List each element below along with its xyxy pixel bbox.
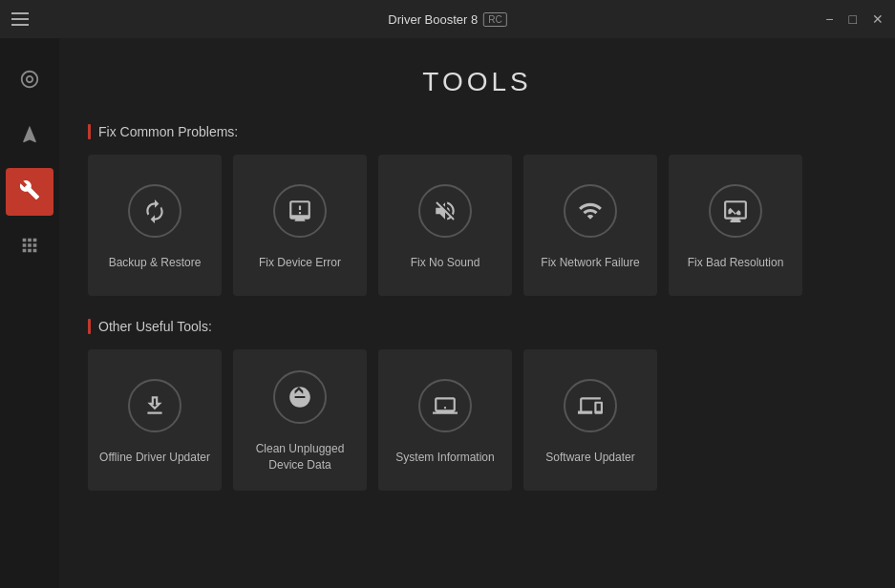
minimize-button[interactable]: − [825,12,833,26]
tool-software-updater[interactable]: Software Updater [523,349,657,491]
backup-restore-label: Backup & Restore [109,255,202,271]
boost-icon [19,124,40,150]
section-bar-2 [88,319,91,334]
hamburger-menu[interactable] [11,12,29,26]
offline-driver-updater-label: Offline Driver Updater [99,450,210,466]
fix-network-failure-label: Fix Network Failure [541,255,639,271]
software-updater-label: Software Updater [545,450,634,466]
titlebar-left [11,12,29,26]
system-information-label: System Information [395,450,494,466]
fix-no-sound-icon [418,184,472,238]
fix-device-error-label: Fix Device Error [259,255,341,271]
sidebar-item-apps[interactable] [6,223,53,271]
app-body: TOOLS Fix Common Problems: Backup & Rest… [0,38,895,588]
fix-bad-resolution-icon [709,184,762,238]
titlebar-title: Driver Booster 8 RC [388,12,506,27]
apps-icon [19,235,40,261]
tool-clean-unplugged[interactable]: Clean Unplugged Device Data [233,349,367,491]
tool-fix-bad-resolution[interactable]: Fix Bad Resolution [669,155,802,296]
fix-bad-resolution-label: Fix Bad Resolution [688,255,784,271]
main-content: TOOLS Fix Common Problems: Backup & Rest… [59,38,895,588]
lifesaver-icon [19,69,40,94]
sidebar-item-lifesaver[interactable] [6,57,53,105]
titlebar-controls: − □ ✕ [825,12,884,26]
sidebar-item-boost[interactable] [6,113,53,160]
tool-backup-restore[interactable]: Backup & Restore [88,155,222,296]
tool-system-information[interactable]: System Information [378,349,512,491]
section-fix-common-title: Fix Common Problems: [98,124,238,139]
backup-restore-icon [128,184,181,238]
tool-offline-driver-updater[interactable]: Offline Driver Updater [88,349,222,491]
fix-no-sound-label: Fix No Sound [411,255,480,271]
other-tools-grid: Offline Driver Updater Clean Unplugged D… [88,349,866,491]
section-bar [88,124,91,139]
page-title: TOOLS [88,67,866,97]
app-name: Driver Booster 8 [388,12,478,27]
clean-unplugged-icon [273,370,327,424]
section-fix-common-header: Fix Common Problems: [88,124,866,139]
sidebar [0,38,59,588]
fix-device-error-icon [273,184,327,238]
section-other-tools-title: Other Useful Tools: [98,319,212,334]
fix-network-failure-icon [564,184,617,238]
tools-icon [19,179,40,205]
sidebar-item-tools[interactable] [6,168,53,216]
system-information-icon [418,379,472,432]
rc-badge: RC [483,12,506,27]
tool-fix-device-error[interactable]: Fix Device Error [233,155,367,296]
tool-fix-network-failure[interactable]: Fix Network Failure [523,155,657,296]
tool-fix-no-sound[interactable]: Fix No Sound [378,155,512,296]
fix-common-grid: Backup & Restore Fix Device Error [88,155,866,296]
clean-unplugged-label: Clean Unplugged Device Data [241,441,359,473]
titlebar: Driver Booster 8 RC − □ ✕ [0,0,895,38]
maximize-button[interactable]: □ [849,12,857,26]
offline-driver-updater-icon [128,379,181,432]
section-other-tools-header: Other Useful Tools: [88,319,866,334]
close-button[interactable]: ✕ [872,12,884,26]
software-updater-icon [564,379,617,432]
